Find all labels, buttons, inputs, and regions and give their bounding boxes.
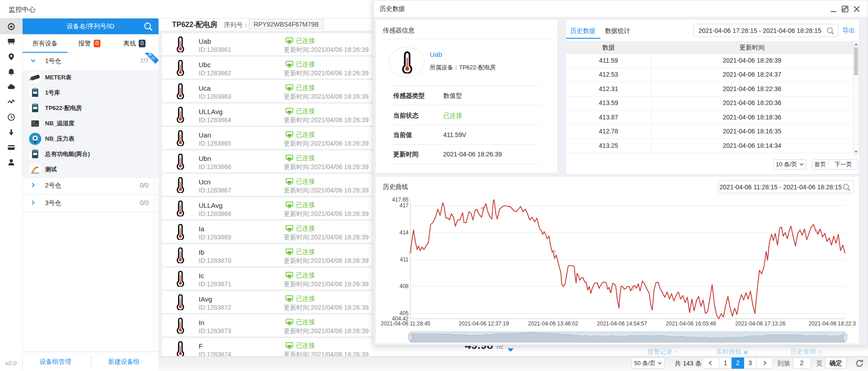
svg-text:2021-04-06 13:46:02: 2021-04-06 13:46:02 (528, 321, 578, 327)
svg-text:414: 414 (400, 229, 409, 236)
svg-text:2021-04-06 12:37:19: 2021-04-06 12:37:19 (459, 321, 509, 327)
svg-text:411: 411 (400, 256, 409, 263)
svg-text:2021-04-06 11:28:45: 2021-04-06 11:28:45 (381, 321, 431, 327)
svg-text:2021-04-06 17:13:26: 2021-04-06 17:13:26 (735, 321, 786, 327)
svg-text:2021-04-06 16:03:46: 2021-04-06 16:03:46 (666, 321, 716, 327)
svg-text:2021-04-06 14:54:57: 2021-04-06 14:54:57 (597, 321, 647, 327)
svg-text:408: 408 (400, 283, 409, 289)
svg-text:417.65: 417.65 (392, 197, 409, 203)
svg-text:2021-04-06 18:22:3: 2021-04-06 18:22:3 (809, 321, 856, 327)
svg-text:417: 417 (400, 202, 409, 209)
